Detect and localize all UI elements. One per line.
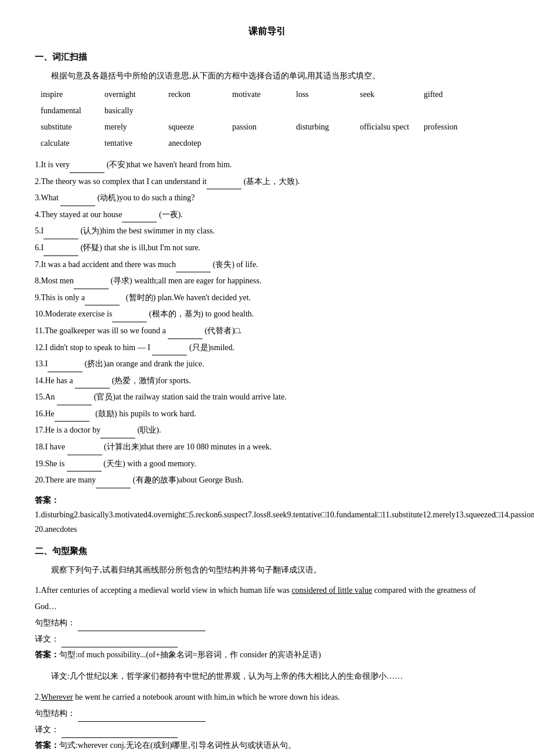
word-bank: inspire overnight reckon motivate loss s… xyxy=(35,87,499,152)
word-fundamental: fundamental xyxy=(41,103,104,119)
exercise-2: 2.The theory was so complex that I can u… xyxy=(35,174,499,190)
answer-block-1: 答案：1.disturbing2.basically3.motivated4.o… xyxy=(35,493,499,537)
word-calculate: calculate xyxy=(41,135,104,152)
word-merely: merely xyxy=(104,119,168,135)
word-motivate: motivate xyxy=(232,87,296,103)
section1: 一、词汇扫描 根据句意及各题括号中所给的汉语意思,从下面的方框中选择合适的单词,… xyxy=(35,49,499,537)
word-bank-row2: substitute merely squeeze passion distur… xyxy=(35,119,499,135)
blank-20 xyxy=(96,488,131,488)
answer-label-1: 答案： xyxy=(35,496,59,505)
answer-label-s2: 答案： xyxy=(35,741,59,750)
exercise-6: 6.I (怀疑) that she is ill,but I'm not sur… xyxy=(35,240,499,256)
sentence-block-2: 2.Wherever he went he carried a notebook… xyxy=(35,689,499,756)
exercise-20: 20.There are many (有趣的故事)about George Bu… xyxy=(35,473,499,488)
word-bank-row3: calculate tentative anecdotep xyxy=(35,135,499,152)
blank-13 xyxy=(48,372,82,372)
word-passion: passion xyxy=(232,119,296,135)
blank-16 xyxy=(55,421,89,422)
blank-2 xyxy=(207,189,241,189)
blank-19 xyxy=(67,471,102,471)
sentence-1: 1.After centuries of accepting a medieva… xyxy=(35,582,499,615)
word-tentative: tentative xyxy=(104,135,168,152)
section1-intro: 根据句意及各题括号中所给的汉语意思,从下面的方框中选择合适的单词,用其适当形式填… xyxy=(35,69,499,83)
exercise-5: 5.I (认为)him the best swimmer in my class… xyxy=(35,224,499,239)
word-inspire: inspire xyxy=(41,87,104,103)
answer-juxing-s2: 句式:wherever conj.无论在(或到)哪里,引导名词性从句或状语从句。 xyxy=(59,741,296,750)
blank-11 xyxy=(168,339,203,339)
exercise-9: 9.This is only a (暂时的) plan.We haven't d… xyxy=(35,290,499,306)
exercise-4: 4.They stayed at our house (一夜). xyxy=(35,207,499,223)
word-seek: seek xyxy=(360,87,424,103)
sentence-2-fanyi-line: 译文： xyxy=(35,722,499,738)
answer-label-s1: 答案： xyxy=(35,650,59,659)
exercise-10: 10.Moderate exercise is (根本的，基为) to good… xyxy=(35,307,499,322)
answer-juxing-s1: 句型:of much possibility...(of+抽象名词=形容词，作 … xyxy=(59,650,321,659)
exercise-11: 11.The goalkeeper was ill so we found a … xyxy=(35,323,499,339)
exercise-8: 8.Most men (寻求) wealth;all men are eager… xyxy=(35,273,499,289)
exercise-14: 14.He has a (热爱，激情)for sports. xyxy=(35,373,499,389)
sentence-block-1: 1.After centuries of accepting a medieva… xyxy=(35,582,499,683)
sentence-1-fanyi-line: 译文： xyxy=(35,631,499,647)
sentence-1-underline: considered of little value xyxy=(291,586,372,595)
word-overnight: overnight xyxy=(104,87,168,103)
blank-12 xyxy=(152,355,187,355)
sentence-1-juxing-line: 句型结构： xyxy=(35,615,499,631)
blank-3 xyxy=(60,206,95,206)
blank-6 xyxy=(44,255,78,256)
word-profession: profession xyxy=(424,119,488,135)
blank-7 xyxy=(176,272,211,272)
blank-10 xyxy=(112,322,147,322)
exercise-12: 12.I didn't stop to speak to him — I (只是… xyxy=(35,340,499,356)
blank-8 xyxy=(74,289,109,289)
word-anecdotep: anecdotep xyxy=(168,135,232,152)
word-squeeze: squeeze xyxy=(168,119,232,135)
blank-14 xyxy=(75,388,110,388)
answer-block-s2: 答案：句式:wherever conj.无论在(或到)哪里,引导名词性从句或状语… xyxy=(35,738,499,753)
word-reckon: reckon xyxy=(168,87,232,103)
exercises: 1.It is very (不安)that we haven't heard f… xyxy=(35,157,499,488)
answer-block-s1: 答案：句型:of much possibility...(of+抽象名词=形容词… xyxy=(35,647,499,662)
exercise-18: 18.I have (计算出来)that there are 10 080 mi… xyxy=(35,440,499,455)
exercise-1: 1.It is very (不安)that we haven't heard f… xyxy=(35,157,499,173)
sentence-2: 2.Wherever he went he carried a notebook… xyxy=(35,689,499,705)
page-title: 课前导引 xyxy=(35,23,499,40)
blank-18 xyxy=(67,455,102,455)
exercise-13: 13.I (挤出)an orange and drank the juice. xyxy=(35,357,499,372)
word-bank-row1: inspire overnight reckon motivate loss s… xyxy=(35,87,499,119)
section2-title: 二、句型聚焦 xyxy=(35,543,499,559)
section2: 二、句型聚焦 观察下列句子,试着归纳其画线部分所包含的句型结构并将句子翻译成汉语… xyxy=(35,543,499,756)
blank-9 xyxy=(85,305,120,305)
section2-intro: 观察下列句子,试着归纳其画线部分所包含的句型结构并将句子翻译成汉语。 xyxy=(35,563,499,577)
exercise-15: 15.An (官员)at the railway station said th… xyxy=(35,390,499,405)
blank-5 xyxy=(44,239,78,239)
exercise-19: 19.She is (天生) with a good memory. xyxy=(35,456,499,472)
word-substitute: substitute xyxy=(41,119,104,135)
sentence-2-underline: Wherever xyxy=(41,693,73,701)
blank-17 xyxy=(100,438,135,438)
blank-15 xyxy=(57,405,92,405)
section1-title: 一、词汇扫描 xyxy=(35,49,499,65)
blank-1 xyxy=(70,172,104,173)
word-loss: loss xyxy=(296,87,360,103)
exercise-16: 16.He (鼓励) his pupils to work hard. xyxy=(35,406,499,422)
exercise-3: 3.What (动机)you to do such a thing? xyxy=(35,190,499,206)
exercise-7: 7.It was a bad accident and there was mu… xyxy=(35,257,499,273)
sentence-2-juxing-line: 句型结构： xyxy=(35,705,499,722)
word-gifted: gifted xyxy=(424,87,488,103)
answer-fanyi-s1: 译文:几个世纪以来，哲学家们都持有中世纪的世界观，认为与上帝的伟大相比人的生命很… xyxy=(35,669,499,683)
blank-4 xyxy=(122,222,157,222)
exercise-17: 17.He is a doctor by (职业). xyxy=(35,423,499,438)
word-officialsu: officialsu spect xyxy=(360,119,424,135)
answer-text-1: 1.disturbing2.basically3.motivated4.over… xyxy=(35,510,534,534)
word-basically: basically xyxy=(104,103,168,119)
word-disturbing: disturbing xyxy=(296,119,360,135)
